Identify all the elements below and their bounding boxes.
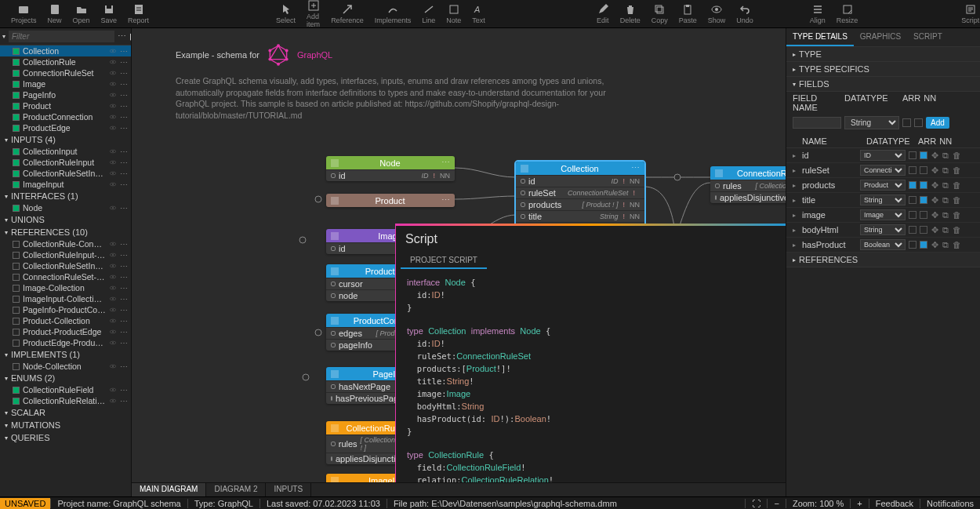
- chevron-icon[interactable]: ▸: [793, 242, 799, 249]
- filter-more-icon[interactable]: ⋯: [118, 31, 126, 42]
- inspector-tab[interactable]: TYPE DETAILS: [786, 28, 854, 46]
- arr-checkbox[interactable]: [909, 166, 916, 174]
- tree-item[interactable]: CollectionRuleInput⋯: [0, 157, 131, 168]
- toolbar-save[interactable]: Save: [96, 2, 122, 26]
- arr-checkbox[interactable]: [909, 211, 916, 219]
- field-type-select[interactable]: Product: [860, 180, 906, 191]
- tree-item[interactable]: CollectionRule⋯: [0, 56, 131, 67]
- more-icon[interactable]: ⋯: [120, 284, 128, 293]
- nn-checkbox[interactable]: [920, 241, 927, 249]
- move-icon[interactable]: ✥: [931, 240, 938, 250]
- eye-icon[interactable]: [109, 102, 117, 110]
- checkbox-icon[interactable]: [13, 148, 20, 155]
- field-list-row[interactable]: ▸bodyHtmlString✥⧉🗑: [786, 223, 980, 238]
- toolbar-script[interactable]: Script: [956, 2, 980, 26]
- eye-icon[interactable]: [109, 295, 117, 303]
- delete-icon[interactable]: 🗑: [953, 210, 960, 220]
- tree-group[interactable]: ▾SCALAR: [0, 406, 131, 419]
- checkbox-icon[interactable]: [13, 81, 20, 88]
- field-row[interactable]: products[ Product ! ]!NN: [516, 198, 644, 210]
- tree-item[interactable]: ConnectionRuleSet⋯: [0, 67, 131, 78]
- checkbox-icon[interactable]: [13, 159, 20, 166]
- nn-checkbox[interactable]: [920, 226, 927, 234]
- eye-icon[interactable]: [109, 158, 117, 166]
- field-list-row[interactable]: ▸imageImage✥⧉🗑: [786, 208, 980, 223]
- checkbox-icon[interactable]: [13, 318, 20, 325]
- arr-checkbox[interactable]: [909, 226, 916, 234]
- status-notifications[interactable]: Notifications: [920, 499, 980, 508]
- more-icon[interactable]: ⋯: [120, 397, 128, 405]
- node-header[interactable]: Node⋯: [326, 156, 455, 169]
- eye-icon[interactable]: [109, 362, 117, 370]
- more-icon[interactable]: ⋯: [120, 80, 128, 89]
- toolbar-undo[interactable]: Undo: [731, 2, 758, 26]
- filter-input[interactable]: [9, 31, 114, 42]
- field-list-row[interactable]: ▸titleString✥⧉🗑: [786, 193, 980, 208]
- toolbar-new[interactable]: New: [43, 2, 67, 26]
- arr-checkbox[interactable]: [909, 151, 916, 159]
- tree-item[interactable]: ProductConnection⋯: [0, 111, 131, 122]
- more-icon[interactable]: ⋯: [120, 204, 128, 213]
- datatype-select[interactable]: String: [844, 116, 899, 129]
- eye-icon[interactable]: [109, 124, 117, 132]
- toolbar-select[interactable]: Select: [271, 2, 300, 26]
- toolbar-line[interactable]: Line: [417, 2, 440, 26]
- nn-checkbox[interactable]: [914, 118, 923, 127]
- field-type-select[interactable]: ConnectionRu: [860, 165, 906, 176]
- more-icon[interactable]: ⋯: [120, 47, 128, 56]
- checkbox-icon[interactable]: [13, 241, 20, 248]
- checkbox-icon[interactable]: [13, 48, 20, 55]
- tree-group[interactable]: ▾REFERENCES (10): [0, 226, 131, 238]
- nn-checkbox[interactable]: [920, 196, 927, 204]
- arr-checkbox[interactable]: [909, 181, 916, 189]
- tree-item[interactable]: ImageInput⋯: [0, 179, 131, 190]
- more-icon[interactable]: ⋯: [441, 195, 450, 205]
- eye-icon[interactable]: [109, 339, 117, 347]
- tree-item[interactable]: ImageInput-CollectionInpu⋯: [0, 293, 131, 304]
- checkbox-icon[interactable]: [13, 70, 20, 77]
- toolbar-projects[interactable]: Projects: [6, 2, 42, 26]
- tree-item[interactable]: Image-Collection⋯: [0, 282, 131, 293]
- copy-icon[interactable]: ⧉: [942, 210, 949, 220]
- tree-item[interactable]: Node-Collection⋯: [0, 361, 131, 372]
- more-icon[interactable]: ⋯: [120, 251, 128, 260]
- toolbar-edit[interactable]: Edit: [592, 2, 614, 26]
- tree-group[interactable]: ▾INTERFACES (1): [0, 190, 131, 202]
- tree-item[interactable]: CollectionRuleField⋯: [0, 384, 131, 395]
- zoom-in-icon[interactable]: +: [850, 499, 868, 508]
- checkbox-icon[interactable]: [13, 205, 20, 212]
- eye-icon[interactable]: [109, 386, 117, 394]
- checkbox-icon[interactable]: [13, 398, 20, 405]
- tree-item[interactable]: Product-ProductEdge⋯: [0, 326, 131, 337]
- node-header[interactable]: ConnectionRuleSet⋯: [710, 166, 786, 180]
- move-icon[interactable]: ✥: [931, 180, 938, 191]
- chevron-icon[interactable]: ▸: [793, 212, 799, 219]
- more-icon[interactable]: ⋯: [120, 339, 128, 347]
- delete-icon[interactable]: 🗑: [953, 195, 960, 205]
- toolbar-show[interactable]: Show: [703, 2, 731, 26]
- copy-icon[interactable]: ⧉: [942, 165, 949, 176]
- tree-item[interactable]: ProductEdge-ProductConn⋯: [0, 337, 131, 348]
- field-row[interactable]: titleString!NN: [516, 210, 644, 222]
- toolbar-align[interactable]: Align: [805, 2, 830, 26]
- chevron-icon[interactable]: ▸: [793, 152, 799, 159]
- delete-icon[interactable]: 🗑: [953, 240, 960, 249]
- checkbox-icon[interactable]: [13, 59, 20, 66]
- more-icon[interactable]: ⋯: [120, 58, 128, 67]
- eye-icon[interactable]: [109, 397, 117, 405]
- script-code[interactable]: interface Node { id:ID! } type Collectio…: [396, 269, 786, 482]
- checkbox-icon[interactable]: [13, 114, 20, 121]
- checkbox-icon[interactable]: [13, 296, 20, 303]
- checkbox-icon[interactable]: [13, 92, 20, 99]
- arr-checkbox[interactable]: [909, 196, 916, 204]
- field-row[interactable]: appliesDisjunctivelyBoolean!NN: [710, 191, 786, 203]
- more-icon[interactable]: ⋯: [120, 273, 128, 282]
- field-row[interactable]: idID!NN: [516, 175, 644, 187]
- checkbox-icon[interactable]: [13, 274, 20, 281]
- eye-icon[interactable]: [109, 306, 117, 314]
- more-icon[interactable]: ⋯: [120, 158, 128, 167]
- checkbox-icon[interactable]: [13, 263, 20, 270]
- status-feedback[interactable]: Feedback: [869, 499, 920, 508]
- accordion-type specifics[interactable]: ▸TYPE SPECIFICS: [786, 62, 980, 77]
- chevron-icon[interactable]: ▸: [793, 197, 799, 204]
